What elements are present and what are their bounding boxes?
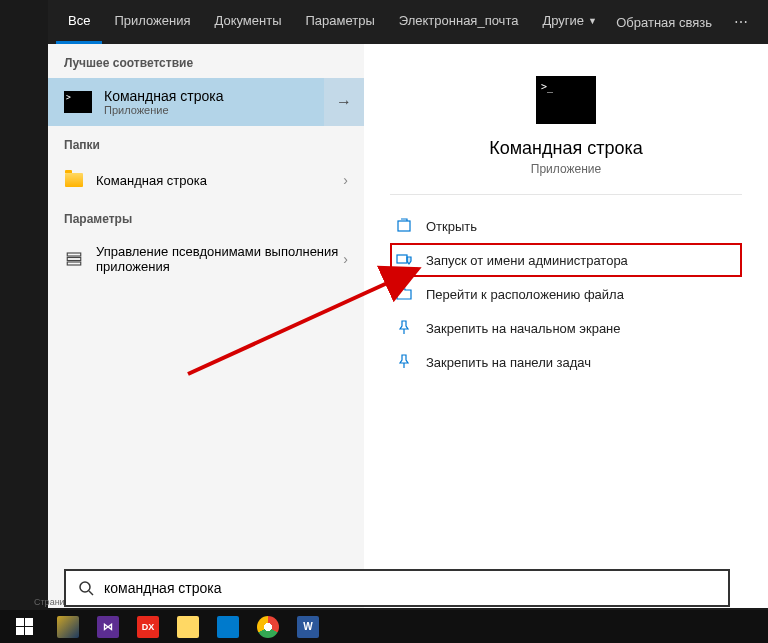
folder-location-icon (396, 286, 412, 302)
settings-result-item[interactable]: Управление псевдонимами выполнения прило… (48, 234, 364, 284)
folder-item-label: Командная строка (96, 173, 343, 188)
action-run-as-admin[interactable]: Запуск от имени администратора (390, 243, 742, 277)
chevron-down-icon: ▼ (588, 16, 597, 26)
search-panel: Все Приложения Документы Параметры Элект… (48, 0, 768, 608)
league-icon (57, 616, 79, 638)
taskbar-app-league[interactable] (48, 610, 88, 643)
taskbar-app-explorer[interactable] (168, 610, 208, 643)
preview-header: Командная строка Приложение (390, 62, 742, 195)
best-match-title: Командная строка (104, 88, 223, 104)
svg-line-7 (89, 591, 93, 595)
svg-rect-1 (67, 258, 81, 261)
best-match-row: Командная строка Приложение → (48, 78, 364, 126)
best-match-expand-button[interactable]: → (324, 78, 364, 126)
taskbar: ⋈ DX W (0, 610, 768, 643)
svg-rect-0 (67, 253, 81, 256)
best-match-item[interactable]: Командная строка Приложение (48, 78, 324, 126)
preview-subtitle: Приложение (531, 162, 601, 176)
chevron-right-icon: › (343, 172, 348, 188)
params-header: Параметры (48, 200, 364, 234)
start-button[interactable] (0, 610, 48, 643)
svg-rect-4 (397, 255, 407, 263)
actions-list: Открыть Запуск от имени администратора П… (390, 209, 742, 379)
content-area: Лучшее соответствие Командная строка При… (48, 44, 768, 608)
tab-all[interactable]: Все (56, 0, 102, 44)
tab-more[interactable]: Другие▼ (530, 0, 609, 44)
folders-header: Папки (48, 126, 364, 160)
pin-taskbar-icon (396, 354, 412, 370)
svg-point-6 (80, 582, 90, 592)
search-box[interactable] (64, 569, 730, 607)
tab-documents[interactable]: Документы (202, 0, 293, 44)
tab-apps[interactable]: Приложения (102, 0, 202, 44)
chevron-right-icon: › (343, 251, 348, 267)
windows-logo-icon (16, 618, 33, 635)
search-icon (78, 580, 94, 596)
action-open[interactable]: Открыть (390, 209, 742, 243)
taskbar-app-word[interactable]: W (288, 610, 328, 643)
svg-rect-2 (67, 262, 81, 265)
results-column: Лучшее соответствие Командная строка При… (48, 44, 364, 608)
page-label: Страни (34, 597, 65, 607)
action-pin-taskbar[interactable]: Закрепить на панели задач (390, 345, 742, 379)
cmd-icon (64, 91, 92, 113)
chrome-icon (257, 616, 279, 638)
vscode-icon (217, 616, 239, 638)
visualstudio-icon: ⋈ (97, 616, 119, 638)
settings-item-label: Управление псевдонимами выполнения прило… (96, 244, 343, 274)
cmd-preview-icon (536, 76, 596, 124)
preview-column: Командная строка Приложение Открыть Запу… (364, 44, 768, 608)
folder-result-item[interactable]: Командная строка › (48, 160, 364, 200)
tab-email[interactable]: Электронная_почта (387, 0, 531, 44)
alias-settings-icon (64, 249, 84, 269)
taskbar-app-chrome[interactable] (248, 610, 288, 643)
word-icon: W (297, 616, 319, 638)
taskbar-app-visualstudio[interactable]: ⋈ (88, 610, 128, 643)
action-pin-start[interactable]: Закрепить на начальном экране (390, 311, 742, 345)
taskbar-app-vscode[interactable] (208, 610, 248, 643)
dx-icon: DX (137, 616, 159, 638)
taskbar-app-dx[interactable]: DX (128, 610, 168, 643)
svg-rect-3 (398, 221, 410, 231)
open-icon (396, 218, 412, 234)
explorer-icon (177, 616, 199, 638)
tabs-bar: Все Приложения Документы Параметры Элект… (48, 0, 768, 44)
admin-shield-icon (396, 252, 412, 268)
preview-title: Командная строка (489, 138, 643, 159)
action-open-location[interactable]: Перейти к расположению файла (390, 277, 742, 311)
tab-settings[interactable]: Параметры (293, 0, 386, 44)
folder-icon (65, 173, 83, 187)
more-options-icon[interactable]: ⋯ (724, 14, 760, 30)
best-match-header: Лучшее соответствие (48, 44, 364, 78)
feedback-link[interactable]: Обратная связь (610, 15, 718, 30)
search-input[interactable] (104, 580, 716, 596)
pin-start-icon (396, 320, 412, 336)
best-match-subtitle: Приложение (104, 104, 223, 116)
